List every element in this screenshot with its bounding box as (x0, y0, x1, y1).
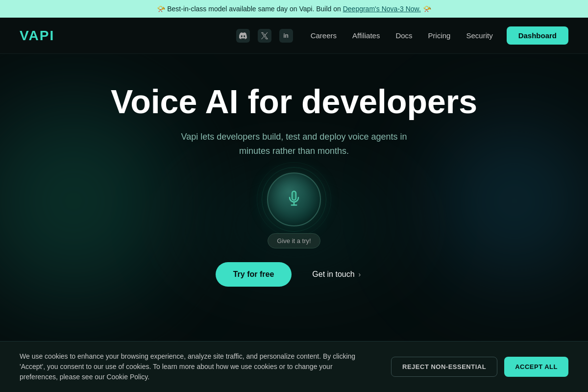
cookie-banner: We use cookies to enhance your browsing … (0, 341, 588, 392)
nav-social: in (236, 29, 293, 43)
try-for-free-button[interactable]: Try for free (216, 262, 292, 287)
logo[interactable]: VAPI (20, 28, 54, 44)
cta-buttons: Try for free Get in touch › (216, 262, 373, 287)
announcement-bar: 📯 Best-in-class model available same day… (0, 0, 588, 18)
svg-rect-0 (292, 192, 296, 200)
hero-subtitle: Vapi lets developers build, test and dep… (167, 130, 421, 158)
x-twitter-icon[interactable] (258, 29, 271, 43)
mic-container: Give it a try! (267, 172, 321, 248)
announcement-text: Best-in-class model available same day o… (167, 5, 341, 13)
navbar: VAPI in Careers Affiliates Docs Pricing … (0, 18, 588, 54)
mic-button[interactable] (267, 172, 321, 226)
nav-pricing[interactable]: Pricing (428, 31, 451, 40)
hero-section: Voice AI for developers Vapi lets develo… (0, 54, 588, 390)
hero-title: Voice AI for developers (111, 83, 477, 120)
arrow-icon: › (359, 270, 361, 278)
cookie-message: We use cookies to enhance your browsing … (20, 352, 355, 381)
nav-links: Careers Affiliates Docs Pricing Security (311, 31, 493, 40)
get-in-touch-button[interactable]: Get in touch › (300, 262, 372, 287)
nav-security[interactable]: Security (466, 31, 492, 40)
nav-docs[interactable]: Docs (395, 31, 412, 40)
nav-careers[interactable]: Careers (311, 31, 337, 40)
bg-blob-right (416, 103, 588, 299)
announcement-suffix: 📯 (423, 5, 431, 13)
linkedin-icon[interactable]: in (279, 29, 293, 43)
cookie-text: We use cookies to enhance your browsing … (20, 351, 363, 382)
nav-affiliates[interactable]: Affiliates (352, 31, 380, 40)
get-in-touch-label: Get in touch (312, 270, 354, 279)
announcement-link[interactable]: Deepgram's Nova-3 Now. (343, 5, 421, 13)
discord-icon[interactable] (236, 29, 250, 43)
announcement-prefix: 📯 (157, 5, 165, 13)
dashboard-button[interactable]: Dashboard (507, 26, 568, 45)
accept-cookies-button[interactable]: ACCEPT ALL (504, 357, 568, 377)
cookie-buttons: REJECT NON-ESSENTIAL ACCEPT ALL (391, 357, 568, 377)
give-it-try-label: Give it a try! (268, 233, 320, 248)
reject-cookies-button[interactable]: REJECT NON-ESSENTIAL (391, 357, 497, 377)
